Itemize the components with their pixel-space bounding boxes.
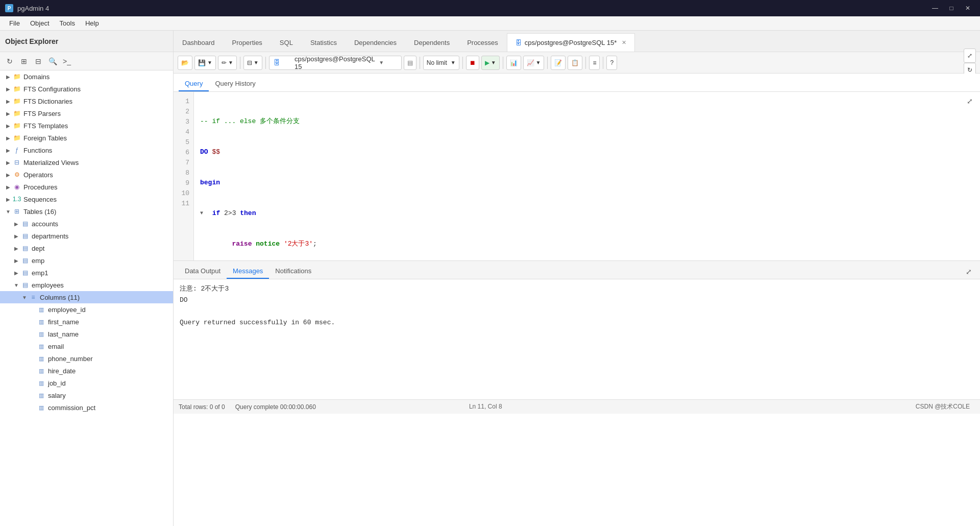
code-text — [280, 239, 284, 249]
sidebar-item-col-job_id[interactable]: ▥ job_id — [0, 377, 173, 389]
sidebar-item-mat-views[interactable]: ▶ ⊟ Materialized Views — [0, 156, 173, 169]
sidebar-item-departments[interactable]: ▶ ▤ departments — [0, 230, 173, 242]
position-label: Ln 11, Col 8 — [469, 403, 502, 410]
sidebar-label-salary: salary — [48, 392, 66, 399]
tab-close-icon[interactable]: ✕ — [622, 39, 626, 46]
sidebar-item-col-employee_id[interactable]: ▥ employee_id — [0, 303, 173, 316]
code-content[interactable]: -- if ... else 多个条件分支 DO $$ begin ▼ if — [194, 92, 980, 260]
sidebar-item-operators[interactable]: ▶ ⚙ Operators — [0, 169, 173, 181]
sidebar-item-col-commission_pct[interactable]: ▥ commission_pct — [0, 401, 173, 414]
messages-content: 注意: 2不大于3 DO Query returned successfully… — [174, 279, 980, 399]
tab-query-history[interactable]: Query History — [209, 76, 261, 91]
code-editor[interactable]: 1 2 3 4 5 6 7 8 9 10 11 -- if ... else 多… — [174, 92, 980, 260]
sidebar-item-fts-parsers[interactable]: ▶ 📁 FTS Parsers — [0, 107, 173, 119]
sidebar-item-col-first_name[interactable]: ▥ first_name — [0, 316, 173, 328]
sidebar-item-domains[interactable]: ▶ 📁 Domains — [0, 70, 173, 83]
run-button[interactable]: ▶ ▼ — [481, 56, 500, 70]
close-button[interactable]: ✕ — [961, 3, 975, 13]
fullscreen-button[interactable]: ⤢ — [964, 49, 976, 63]
save-dropdown-icon: ▼ — [207, 60, 212, 65]
toolbar-separator-2 — [265, 57, 266, 69]
sidebar-refresh-btn[interactable]: ↻ — [3, 55, 16, 68]
sidebar-item-col-hire_date[interactable]: ▥ hire_date — [0, 365, 173, 377]
filter-button[interactable]: ⊟ ▼ — [243, 56, 262, 70]
sidebar-item-col-phone_number[interactable]: ▥ phone_number — [0, 352, 173, 365]
sidebar-label-accounts: accounts — [32, 220, 58, 228]
sidebar-collapse-btn[interactable]: ⊟ — [32, 55, 45, 68]
menu-help[interactable]: Help — [80, 17, 104, 29]
line-num-5: 5 — [174, 137, 193, 147]
tab-query[interactable]: 🗄 cps/postgres@PostgreSQL 15* ✕ — [507, 33, 635, 52]
sidebar-item-fts-templates[interactable]: ▶ 📁 FTS Templates — [0, 119, 173, 132]
scratch-pad-button[interactable]: 📝 — [551, 56, 566, 70]
sidebar-item-foreign-tables[interactable]: ▶ 📁 Foreign Tables — [0, 132, 173, 144]
folder-icon: 📁 — [12, 134, 21, 142]
scratch-pad2-button[interactable]: 📋 — [568, 56, 582, 70]
sidebar-item-emp[interactable]: ▶ ▤ emp — [0, 254, 173, 267]
folder-icon: ⚙ — [12, 171, 21, 179]
menu-object[interactable]: Object — [25, 17, 55, 29]
column-icon: ▥ — [37, 367, 46, 375]
fold-arrow-4[interactable]: ▼ — [200, 208, 203, 219]
editor-expand-button[interactable]: ⤢ — [964, 94, 976, 108]
sidebar-item-accounts[interactable]: ▶ ▤ accounts — [0, 218, 173, 230]
tab-messages[interactable]: Messages — [227, 264, 269, 279]
limit-selector[interactable]: No limit ▼ — [423, 56, 459, 70]
sidebar-item-col-salary[interactable]: ▥ salary — [0, 389, 173, 401]
sidebar-item-sequences[interactable]: ▶ 1.3 Sequences — [0, 193, 173, 205]
table-icon: ▤ — [20, 232, 30, 240]
sidebar-item-columns[interactable]: ▼ ≡ Columns (11) — [0, 291, 173, 303]
tab-sql[interactable]: SQL — [271, 33, 302, 52]
sidebar-item-col-last_name[interactable]: ▥ last_name — [0, 328, 173, 340]
menu-tools[interactable]: Tools — [55, 17, 80, 29]
columns-icon: ≡ — [29, 293, 38, 301]
query-toolbar: 📂 💾 ▼ ✏ ▼ ⊟ ▼ 🗄 cps/postgres@PostgreSQL … — [174, 52, 980, 74]
tab-properties[interactable]: Properties — [224, 33, 271, 52]
no-expand — [29, 342, 37, 350]
folder-icon: ◉ — [12, 183, 21, 191]
tab-notifications[interactable]: Notifications — [269, 264, 317, 279]
explain-analyze-button[interactable]: 📈 ▼ — [523, 56, 545, 70]
sidebar-item-emp1[interactable]: ▶ ▤ emp1 — [0, 267, 173, 279]
sidebar-label-procedures: Procedures — [23, 183, 57, 191]
sidebar-item-dept[interactable]: ▶ ▤ dept — [0, 242, 173, 254]
table-icon: ▤ — [20, 220, 30, 228]
maximize-button[interactable]: □ — [944, 3, 959, 13]
save-button[interactable]: 💾 ▼ — [194, 56, 216, 70]
tab-sql-label: SQL — [280, 39, 293, 46]
db-selector[interactable]: 🗄 cps/postgres@PostgreSQL 15 ▼ — [269, 56, 402, 70]
sidebar-search-btn[interactable]: 🔍 — [46, 55, 59, 68]
tab-statistics[interactable]: Statistics — [302, 33, 346, 52]
macros-button[interactable]: ≡ — [589, 56, 600, 70]
sidebar-item-fts-configs[interactable]: ▶ 📁 FTS Configurations — [0, 83, 173, 95]
results-expand-button[interactable]: ⤢ — [963, 265, 975, 279]
sidebar-item-procedures[interactable]: ▶ ◉ Procedures — [0, 181, 173, 193]
tab-data-output[interactable]: Data Output — [179, 264, 227, 279]
open-file-button[interactable]: 📂 — [178, 56, 192, 70]
pencil-button[interactable]: ✏ ▼ — [218, 56, 237, 70]
sidebar-item-col-email[interactable]: ▥ email — [0, 340, 173, 352]
tab-processes[interactable]: Processes — [458, 33, 507, 52]
help-button[interactable]: ? — [606, 56, 617, 70]
sidebar-item-fts-dicts[interactable]: ▶ 📁 FTS Dictionaries — [0, 95, 173, 107]
toolbar-separator-6 — [547, 57, 548, 69]
tab-dependencies[interactable]: Dependencies — [346, 33, 405, 52]
expand-area: ⤢ ↻ — [964, 49, 976, 77]
macros-icon: ≡ — [593, 59, 596, 66]
fullscreen-icon: ⤢ — [967, 52, 972, 59]
tab-query-editor[interactable]: Query — [179, 76, 209, 91]
sidebar-terminal-btn[interactable]: >_ — [60, 55, 74, 68]
column-icon: ▥ — [37, 330, 46, 338]
sidebar-grid-btn[interactable]: ⊞ — [17, 55, 31, 68]
tab-dashboard[interactable]: Dashboard — [174, 33, 224, 52]
explain-button[interactable]: 📊 — [506, 56, 521, 70]
menu-file[interactable]: File — [4, 17, 25, 29]
sidebar-item-tables[interactable]: ▼ ⊞ Tables (16) — [0, 205, 173, 218]
folder-icon: 📁 — [12, 85, 21, 93]
sidebar-item-functions[interactable]: ▶ ƒ Functions — [0, 144, 173, 156]
minimize-button[interactable]: — — [928, 3, 942, 13]
stop-button[interactable]: ⏹ — [466, 56, 479, 70]
execute-options-button[interactable]: ▤ — [404, 56, 416, 70]
sidebar-item-employees[interactable]: ▼ ▤ employees — [0, 279, 173, 291]
tab-dependents[interactable]: Dependents — [405, 33, 458, 52]
